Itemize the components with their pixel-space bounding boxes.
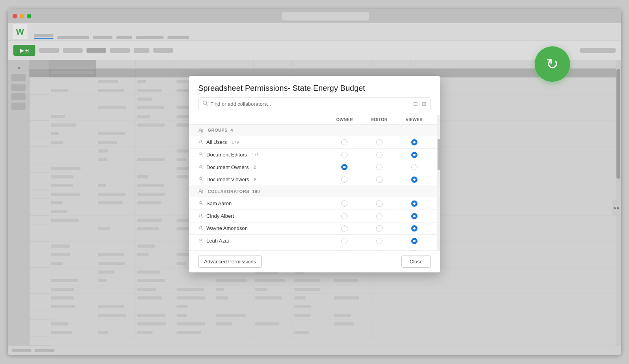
viewer-radio-cell[interactable] — [397, 197, 432, 210]
radio-button[interactable] — [341, 225, 348, 232]
radio-button[interactable] — [411, 225, 417, 232]
collaborator-name: Rai Ball — [206, 250, 224, 250]
modal-body-inner: OWNER EDITOR VIEWER — [189, 115, 440, 250]
radio-button[interactable] — [376, 139, 383, 145]
radio-button[interactable] — [341, 139, 348, 145]
modal-scrollbar-thumb[interactable] — [438, 139, 440, 170]
group-name: Document Viewers — [206, 176, 249, 182]
owner-radio-cell[interactable] — [327, 247, 362, 250]
owner-radio-cell[interactable] — [327, 210, 362, 222]
collaborator-row: Wayne Amondson — [189, 222, 440, 235]
owner-radio-cell[interactable] — [327, 136, 362, 149]
editor-radio-cell[interactable] — [362, 247, 397, 250]
svg-point-10 — [200, 202, 202, 204]
modal-search-area: ⊟ ⊞ — [189, 97, 440, 115]
owner-radio-cell[interactable] — [327, 235, 362, 247]
owner-radio-cell[interactable] — [327, 173, 362, 186]
radio-button[interactable] — [411, 250, 417, 250]
close-button[interactable]: Close — [401, 256, 431, 268]
viewer-radio-cell[interactable] — [397, 210, 432, 222]
radio-button[interactable] — [411, 200, 417, 207]
radio-button[interactable] — [411, 139, 417, 145]
radio-button[interactable] — [376, 225, 383, 232]
sync-badge[interactable]: ↻ — [535, 46, 570, 82]
group-name: Document Owners — [206, 164, 249, 170]
radio-button[interactable] — [376, 200, 383, 207]
groups-count: 4 — [230, 128, 233, 132]
groups-section-header: GROUPS 4 — [189, 125, 440, 136]
modal-scrollbar[interactable] — [437, 115, 440, 250]
collaborators-count: 180 — [252, 189, 260, 194]
advanced-permissions-button[interactable]: Advanced Permissions — [198, 256, 262, 268]
radio-button[interactable] — [376, 164, 383, 170]
group-name: Document Editors — [206, 152, 247, 158]
modal-overlay: ↻ Spreadsheet Permissions- State Energy … — [8, 9, 621, 355]
owner-radio-cell[interactable] — [327, 197, 362, 210]
owner-radio-cell[interactable] — [327, 149, 362, 161]
radio-button[interactable] — [341, 213, 348, 219]
radio-button[interactable] — [341, 238, 348, 244]
svg-line-1 — [206, 104, 208, 106]
radio-button[interactable] — [341, 200, 348, 207]
viewer-radio-cell[interactable] — [397, 222, 432, 235]
radio-button[interactable] — [411, 176, 417, 183]
svg-point-11 — [200, 214, 202, 216]
viewer-radio-cell[interactable] — [397, 136, 432, 149]
svg-point-9 — [201, 190, 203, 191]
radio-button[interactable] — [411, 152, 417, 158]
group-name-cell: Document Viewers 5 — [189, 176, 327, 182]
owner-radio-cell[interactable] — [327, 161, 362, 173]
editor-radio-cell[interactable] — [362, 149, 397, 161]
radio-button[interactable] — [376, 152, 383, 158]
editor-radio-cell[interactable] — [362, 210, 397, 222]
sync-icon: ↻ — [546, 55, 559, 73]
radio-button[interactable] — [376, 213, 383, 219]
app-window: W ▶⊞ ◀ — [8, 9, 621, 355]
radio-button[interactable] — [411, 213, 417, 219]
group-row: Document Viewers 5 — [189, 173, 440, 186]
editor-radio-cell[interactable] — [362, 136, 397, 149]
col-editor-header: EDITOR — [362, 115, 397, 125]
expand-icon[interactable]: ⊞ — [422, 101, 427, 107]
collaborator-name: Cindy Albert — [206, 213, 234, 219]
viewer-radio-cell[interactable] — [397, 161, 432, 173]
collaborator-name: Wayne Amondson — [206, 225, 248, 231]
group-row: Document Owners 2 — [189, 161, 440, 173]
viewer-radio-cell[interactable] — [397, 247, 432, 250]
group-row: All Users 179 — [189, 136, 440, 149]
search-input-wrap[interactable]: ⊟ ⊞ — [198, 97, 431, 110]
permissions-table: OWNER EDITOR VIEWER — [189, 115, 440, 250]
editor-radio-cell[interactable] — [362, 222, 397, 235]
radio-button[interactable] — [341, 152, 348, 158]
radio-button[interactable] — [376, 250, 383, 250]
viewer-radio-cell[interactable] — [397, 235, 432, 247]
radio-button[interactable] — [341, 250, 348, 250]
group-count: 2 — [254, 165, 256, 169]
radio-button[interactable] — [411, 238, 417, 244]
collaborators-icon — [198, 189, 206, 194]
group-count: 5 — [254, 177, 256, 182]
radio-button[interactable] — [376, 176, 383, 183]
radio-button[interactable] — [341, 164, 348, 170]
search-icon — [202, 100, 208, 107]
svg-point-4 — [200, 140, 202, 142]
editor-radio-cell[interactable] — [362, 161, 397, 173]
owner-radio-cell[interactable] — [327, 222, 362, 235]
radio-button[interactable] — [341, 176, 348, 183]
group-name-cell: Document Owners 2 — [189, 164, 327, 170]
radio-button[interactable] — [376, 238, 383, 244]
svg-point-3 — [201, 129, 203, 131]
collaborators-section-header: COLLABORATORS 180 — [189, 186, 440, 197]
filter-icon[interactable]: ⊟ — [413, 101, 418, 107]
viewer-radio-cell[interactable] — [397, 173, 432, 186]
collaborators-label: COLLABORATORS — [208, 189, 250, 194]
collaborator-name-cell: Rai Ball — [189, 250, 327, 250]
editor-radio-cell[interactable] — [362, 235, 397, 247]
search-input[interactable] — [210, 101, 411, 107]
editor-radio-cell[interactable] — [362, 173, 397, 186]
editor-radio-cell[interactable] — [362, 197, 397, 210]
svg-point-2 — [199, 129, 201, 131]
viewer-radio-cell[interactable] — [397, 149, 432, 161]
radio-button[interactable] — [411, 164, 417, 170]
group-row: Document Editors 171 — [189, 149, 440, 161]
